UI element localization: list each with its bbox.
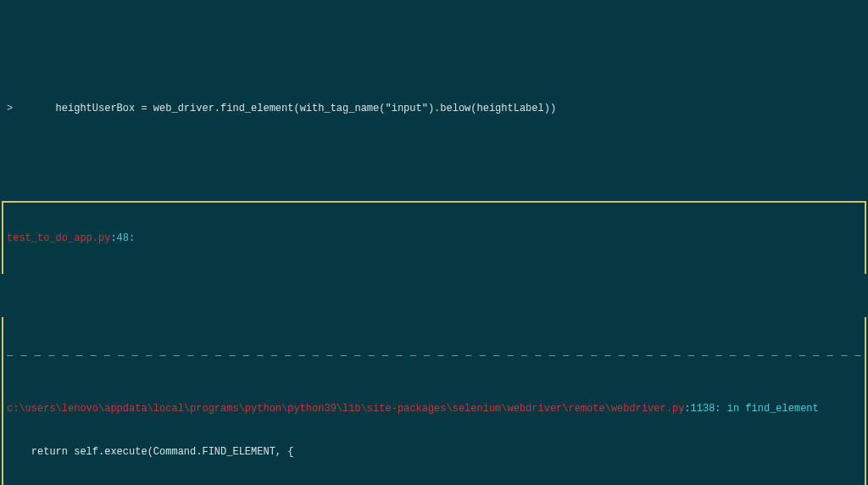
code-line: > heightUserBox = web_driver.find_elemen… [0, 102, 868, 116]
terminal-output: > heightUserBox = web_driver.find_elemen… [0, 57, 868, 485]
traceback-box-top: test_to_do_app.py:48: [2, 201, 866, 274]
traceback-box-mid: _ _ _ _ _ _ _ _ _ _ _ _ _ _ _ _ _ _ _ _ … [2, 317, 866, 485]
prompt-marker: > [3, 103, 13, 114]
traceback-header: test_to_do_app.py:48: [3, 231, 865, 246]
frame-code: return self.execute(Command.FIND_ELEMENT… [3, 445, 865, 460]
blank-line [0, 144, 868, 159]
dash-separator: _ _ _ _ _ _ _ _ _ _ _ _ _ _ _ _ _ _ _ _ … [3, 345, 865, 360]
frame-line: c:\users\lenovo\appdata\local\programs\p… [3, 402, 865, 416]
